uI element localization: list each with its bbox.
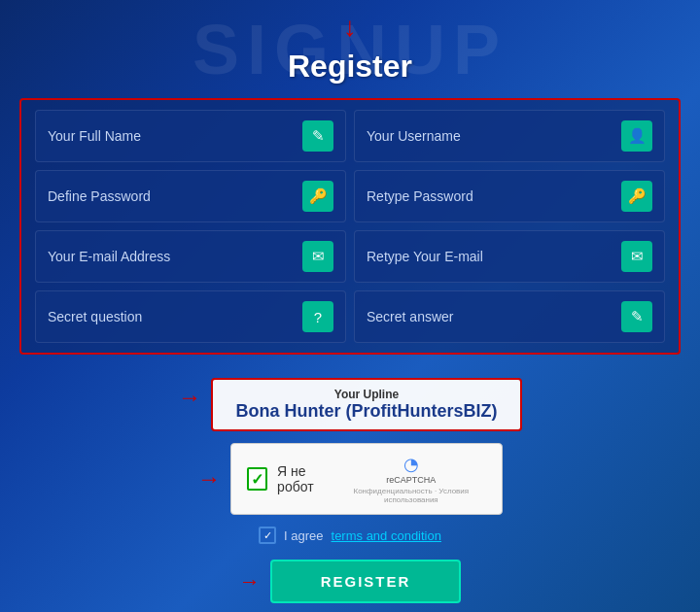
email-label: Your E-mail Address — [48, 249, 302, 264]
captcha-checkbox[interactable]: ✓ — [247, 467, 267, 491]
register-section: → REGISTER — [239, 560, 462, 603]
secret-answer-icon[interactable]: ✎ — [621, 301, 652, 332]
captcha-box[interactable]: ✓ Я не робот ◔ reCAPTCHA Конфиденциально… — [230, 443, 503, 515]
username-field[interactable]: Your Username 👤 — [354, 110, 665, 162]
upline-label: Your Upline — [232, 388, 501, 401]
upline-section: → Your Upline Bona Hunter (ProfitHunters… — [178, 362, 522, 431]
retype-email-field[interactable]: Retype Your E-mail ✉ — [354, 230, 665, 283]
password-field[interactable]: Define Password 🔑 — [35, 170, 346, 222]
arrow-down-icon: ↓ — [343, 12, 357, 43]
upline-arrow-icon: → — [178, 384, 201, 411]
agree-section: ✓ I agree terms and condition — [259, 527, 441, 544]
captcha-section: → ✓ Я не робот ◔ reCAPTCHA Конфиденциаль… — [197, 443, 503, 515]
agree-checkbox[interactable]: ✓ — [259, 527, 276, 544]
username-label: Your Username — [367, 128, 621, 144]
secret-answer-field[interactable]: Secret answer ✎ — [354, 290, 665, 343]
recaptcha-logo: ◔ — [403, 454, 419, 475]
secret-answer-label: Secret answer — [367, 309, 621, 324]
upline-box: Your Upline Bona Hunter (ProfitHuntersBI… — [211, 378, 522, 431]
retype-email-label: Retype Your E-mail — [367, 249, 621, 264]
secret-question-field[interactable]: Secret question ? — [35, 290, 346, 343]
retype-email-icon[interactable]: ✉ — [621, 241, 652, 272]
username-icon[interactable]: 👤 — [621, 120, 652, 152]
page-title: Register — [288, 49, 412, 85]
upline-name: Bona Hunter (ProfitHuntersBIZ) — [232, 401, 501, 422]
password-label: Define Password — [48, 188, 302, 204]
captcha-arrow-icon: → — [197, 465, 221, 493]
register-button[interactable]: REGISTER — [270, 560, 462, 603]
email-icon[interactable]: ✉ — [302, 241, 333, 272]
form-grid: Your Full Name ✎ Your Username 👤 Define … — [35, 110, 665, 343]
secret-question-icon[interactable]: ? — [302, 301, 333, 332]
retype-password-label: Retype Password — [367, 188, 621, 204]
retype-password-icon[interactable]: 🔑 — [621, 181, 652, 212]
retype-password-field[interactable]: Retype Password 🔑 — [354, 170, 665, 222]
full-name-label: Your Full Name — [48, 128, 302, 144]
captcha-privacy: Конфиденциальность — [354, 487, 433, 495]
full-name-field[interactable]: Your Full Name ✎ — [35, 110, 346, 162]
captcha-left: ✓ Я не робот — [247, 463, 336, 494]
password-icon[interactable]: 🔑 — [302, 181, 333, 212]
agree-link[interactable]: terms and condition — [332, 528, 441, 543]
captcha-links: Конфиденциальность · Условия использован… — [336, 487, 486, 504]
full-name-icon[interactable]: ✎ — [302, 120, 333, 152]
agree-text: I agree — [284, 528, 323, 543]
register-form: Your Full Name ✎ Your Username 👤 Define … — [19, 98, 681, 355]
captcha-right: ◔ reCAPTCHA Конфиденциальность · Условия… — [336, 454, 486, 504]
captcha-brand: reCAPTCHA — [386, 475, 436, 485]
register-arrow-icon: → — [239, 569, 261, 595]
captcha-text: Я не робот — [277, 463, 336, 494]
secret-question-label: Secret question — [48, 309, 302, 324]
email-field[interactable]: Your E-mail Address ✉ — [35, 230, 346, 283]
